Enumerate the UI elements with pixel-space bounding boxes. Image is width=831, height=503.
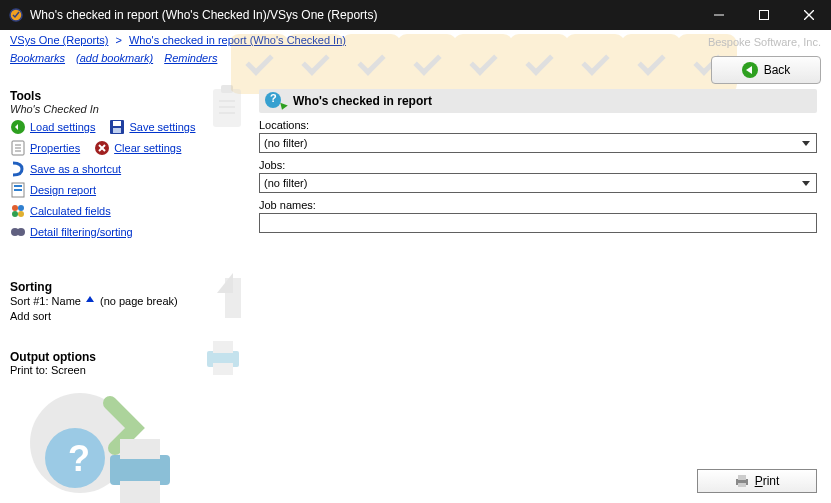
sort-arrow-icon [207, 268, 247, 328]
company-label: Bespoke Software, Inc. [708, 36, 821, 48]
sort-label: Sort #1: [10, 295, 49, 307]
print-button-label: Print [755, 474, 780, 488]
body: Tools Who's Checked In Load settings Sav… [0, 83, 831, 503]
jobs-label: Jobs: [259, 159, 817, 171]
clear-settings-link[interactable]: Clear settings [114, 142, 181, 154]
design-report-icon [10, 182, 26, 198]
output-label: Print to: [10, 364, 48, 376]
add-bookmark-link[interactable]: (add bookmark) [76, 52, 153, 64]
app-icon [8, 7, 24, 23]
window-title: Who's checked in report (Who's Checked I… [30, 8, 696, 22]
locations-value: (no filter) [264, 137, 307, 149]
save-settings-icon [109, 119, 125, 135]
svg-rect-43 [738, 475, 746, 480]
decorative-big-icon: ? [20, 383, 180, 503]
titlebar: Who's checked in report (Who's Checked I… [0, 0, 831, 30]
locations-combo[interactable]: (no filter) [259, 133, 817, 153]
reminders-link[interactable]: Reminders [164, 52, 217, 64]
calculated-fields-icon [10, 203, 26, 219]
calculated-fields-link[interactable]: Calculated fields [30, 205, 111, 217]
jobs-combo[interactable]: (no filter) [259, 173, 817, 193]
svg-rect-22 [14, 185, 22, 187]
svg-point-25 [18, 205, 24, 211]
right-panel: ? Who's checked in report Locations: (no… [255, 83, 831, 503]
job-names-input[interactable] [259, 213, 817, 233]
breadcrumb-separator: > [115, 34, 121, 46]
svg-rect-39 [110, 455, 170, 485]
svg-point-27 [18, 211, 24, 217]
back-button-label: Back [764, 63, 791, 77]
minimize-button[interactable] [696, 0, 741, 30]
left-panel: Tools Who's Checked In Load settings Sav… [0, 83, 255, 503]
svg-rect-6 [221, 85, 233, 93]
svg-rect-34 [213, 341, 233, 353]
svg-point-24 [12, 205, 18, 211]
bookmarks-link[interactable]: Bookmarks [10, 52, 65, 64]
print-icon [735, 474, 749, 488]
clipboard-icon [207, 83, 247, 133]
svg-marker-32 [86, 296, 94, 302]
svg-rect-23 [14, 189, 22, 191]
detail-filtering-link[interactable]: Detail filtering/sorting [30, 226, 133, 238]
breadcrumb-current[interactable]: Who's checked in report (Who's Checked I… [129, 34, 346, 46]
properties-link[interactable]: Properties [30, 142, 80, 154]
close-button[interactable] [786, 0, 831, 30]
design-report-link[interactable]: Design report [30, 184, 96, 196]
print-button[interactable]: Print [697, 469, 817, 493]
load-settings-link[interactable]: Load settings [30, 121, 95, 133]
breadcrumb: VSys One (Reports) > Who's checked in re… [0, 30, 831, 46]
svg-marker-31 [217, 273, 233, 293]
shortcut-icon [10, 161, 26, 177]
window-controls [696, 0, 831, 30]
svg-text:?: ? [68, 438, 90, 479]
add-sort-link[interactable]: Add sort [10, 310, 51, 322]
svg-point-26 [12, 211, 18, 217]
svg-point-29 [17, 228, 25, 236]
topbar: Bespoke Software, Inc. VSys One (Reports… [0, 30, 831, 83]
breadcrumb-root[interactable]: VSys One (Reports) [10, 34, 108, 46]
svg-rect-44 [738, 483, 746, 487]
detail-filtering-icon [10, 224, 26, 240]
clear-settings-icon [94, 140, 110, 156]
sort-page-break-link[interactable]: (no page break) [100, 295, 178, 307]
load-settings-icon [10, 119, 26, 135]
output-printer-icon [199, 333, 247, 381]
maximize-button[interactable] [741, 0, 786, 30]
svg-rect-2 [759, 11, 768, 20]
bookmark-row: Bookmarks (add bookmark) Reminders [0, 46, 831, 64]
svg-rect-41 [120, 481, 160, 503]
jobs-value: (no filter) [264, 177, 307, 189]
sort-direction-icon[interactable] [84, 294, 100, 310]
panel-heading-text: Who's checked in report [293, 94, 432, 108]
output-target-link[interactable]: Screen [51, 364, 86, 376]
properties-icon [10, 140, 26, 156]
panel-heading-bar: ? Who's checked in report [259, 89, 817, 113]
back-arrow-icon [742, 62, 758, 78]
svg-rect-35 [213, 363, 233, 375]
svg-rect-13 [113, 128, 121, 133]
svg-rect-12 [113, 121, 121, 126]
save-as-shortcut-link[interactable]: Save as a shortcut [30, 163, 121, 175]
back-button[interactable]: Back [711, 56, 821, 84]
job-names-label: Job names: [259, 199, 817, 211]
svg-rect-40 [120, 439, 160, 459]
save-settings-link[interactable]: Save settings [129, 121, 195, 133]
locations-label: Locations: [259, 119, 817, 131]
panel-heading-icon: ? [265, 90, 287, 112]
sort-field-link[interactable]: Name [52, 295, 81, 307]
